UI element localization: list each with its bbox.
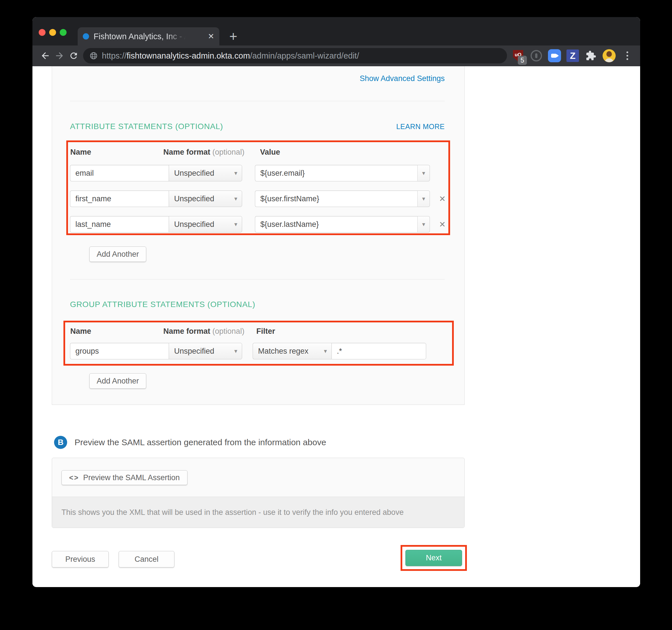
new-tab-button[interactable]: +: [229, 28, 237, 44]
add-another-group-attribute-button[interactable]: Add Another: [89, 373, 146, 388]
column-header-name: Name: [70, 327, 91, 336]
divider: [70, 101, 445, 101]
preview-saml-assertion-button[interactable]: <> Preview the SAML Assertion: [62, 470, 188, 485]
chevron-down-icon: ▾: [234, 348, 237, 354]
attribute-value-input[interactable]: [255, 165, 417, 181]
keyhole-ring-icon: [531, 50, 542, 61]
attribute-statements-title: ATTRIBUTE STATEMENTS (OPTIONAL): [70, 122, 223, 131]
column-header-format: Name format (optional): [163, 148, 244, 157]
zotero-extension-button[interactable]: Z: [566, 48, 580, 63]
chevron-down-icon: ▾: [234, 221, 237, 228]
chevron-down-icon: ▾: [422, 170, 425, 177]
chevron-down-icon: ▾: [422, 221, 425, 228]
tab-close-icon[interactable]: ✕: [208, 33, 214, 41]
reload-button[interactable]: [67, 49, 81, 63]
browser-toolbar: https://fishtownanalytics-admin.okta.com…: [32, 46, 640, 66]
reload-icon: [69, 51, 78, 60]
chrome-menu-button[interactable]: [620, 48, 634, 63]
show-advanced-settings-link[interactable]: Show Advanced Settings: [360, 74, 445, 83]
zoom-window-button[interactable]: [60, 29, 67, 36]
section-b-heading: Preview the SAML assertion generated fro…: [75, 436, 326, 449]
learn-more-link[interactable]: LEARN MORE: [396, 123, 445, 131]
remove-row-icon[interactable]: ✕: [439, 220, 446, 229]
chevron-down-icon: ▾: [324, 348, 327, 354]
column-header-format: Name format (optional): [163, 327, 244, 336]
saml-preview-panel: <> Preview the SAML Assertion This shows…: [52, 458, 464, 528]
group-name-input[interactable]: [70, 343, 169, 359]
password-extension-button[interactable]: [529, 48, 544, 63]
attribute-name-input[interactable]: [70, 216, 169, 232]
url-path: /admin/apps/saml-wizard/edit/: [250, 51, 359, 60]
value-combobox: ▾: [255, 216, 430, 232]
name-format-select[interactable]: Unspecified▾: [169, 216, 242, 232]
name-format-select[interactable]: Unspecified▾: [169, 165, 242, 181]
section-b-badge: B: [54, 436, 67, 449]
column-header-filter: Filter: [256, 327, 275, 336]
page-content: Show Advanced Settings ATTRIBUTE STATEME…: [32, 66, 640, 587]
value-combobox: ▾: [255, 191, 430, 207]
zoom-extension-button[interactable]: [547, 48, 561, 63]
annotation-box-group-attributes: Name Name format (optional) Filter Unspe…: [64, 321, 454, 366]
previous-button[interactable]: Previous: [52, 551, 109, 568]
filter-combobox: Matches regex▾: [253, 343, 426, 359]
value-combobox: ▾: [255, 165, 430, 181]
value-dropdown-button[interactable]: ▾: [417, 216, 430, 232]
puzzle-icon: [585, 50, 596, 61]
title-bar: Fishtown Analytics, Inc - Applic ✕ +: [32, 17, 640, 46]
annotation-box-next: Next: [401, 545, 467, 571]
back-button[interactable]: [38, 49, 52, 63]
kebab-menu-icon: [626, 51, 628, 60]
add-another-attribute-button[interactable]: Add Another: [89, 247, 146, 262]
value-dropdown-button[interactable]: ▾: [417, 165, 430, 181]
forward-button[interactable]: [52, 49, 67, 63]
divider: [70, 279, 445, 279]
attribute-value-input[interactable]: [255, 191, 417, 207]
code-brackets-icon: <>: [69, 474, 79, 482]
okta-favicon-icon: [83, 33, 89, 40]
url-scheme: https://: [102, 51, 127, 60]
saml-settings-card: Show Advanced Settings ATTRIBUTE STATEME…: [52, 66, 464, 405]
chevron-down-icon: ▾: [234, 170, 237, 177]
minimize-window-button[interactable]: [49, 29, 56, 36]
chevron-down-icon: ▾: [234, 195, 237, 202]
preview-info-text: This shows you the XML that will be used…: [52, 497, 464, 528]
back-arrow-icon: [40, 51, 50, 61]
value-dropdown-button[interactable]: ▾: [417, 191, 430, 207]
url-host: fishtownanalytics-admin.okta.com: [127, 51, 250, 60]
browser-tab[interactable]: Fishtown Analytics, Inc - Applic ✕: [78, 27, 219, 46]
group-name-format-select[interactable]: Unspecified▾: [169, 343, 242, 359]
column-header-value: Value: [260, 148, 280, 157]
column-header-name: Name: [70, 148, 91, 157]
filter-type-select[interactable]: Matches regex▾: [253, 343, 332, 359]
name-format-select[interactable]: Unspecified▾: [169, 191, 242, 207]
chevron-down-icon: ▾: [422, 195, 425, 202]
next-button[interactable]: Next: [405, 550, 462, 566]
attribute-row: Unspecified▾ ▾ ✕: [70, 191, 446, 207]
extensions-menu-button[interactable]: [584, 48, 598, 63]
site-info-globe-icon[interactable]: [89, 51, 98, 60]
remove-row-icon[interactable]: ✕: [439, 194, 446, 204]
attribute-value-input[interactable]: [255, 216, 417, 232]
cancel-button[interactable]: Cancel: [119, 551, 174, 568]
attribute-name-input[interactable]: [70, 165, 169, 181]
z-letter-icon: Z: [567, 49, 579, 62]
annotation-box-attributes: Name Name format (optional) Value Unspec…: [66, 141, 450, 235]
tab-title: Fishtown Analytics, Inc - Applic: [94, 32, 188, 41]
browser-window: Fishtown Analytics, Inc - Applic ✕ + htt…: [32, 17, 640, 587]
group-attribute-row: Unspecified▾ Matches regex▾: [70, 343, 426, 359]
forward-arrow-icon: [54, 51, 65, 61]
group-attribute-statements-header: GROUP ATTRIBUTE STATEMENTS (OPTIONAL): [70, 300, 445, 309]
ublock-badge: 5: [518, 56, 527, 65]
ublock-extension-button[interactable]: uO 5: [511, 48, 525, 63]
video-camera-icon: [548, 49, 561, 62]
address-bar[interactable]: https://fishtownanalytics-admin.okta.com…: [83, 48, 507, 64]
attribute-statements-header: ATTRIBUTE STATEMENTS (OPTIONAL) LEARN MO…: [70, 122, 445, 131]
group-attribute-statements-title: GROUP ATTRIBUTE STATEMENTS (OPTIONAL): [70, 300, 255, 309]
attribute-row: Unspecified▾ ▾: [70, 165, 430, 181]
filter-value-input[interactable]: [332, 343, 426, 359]
avatar: [603, 49, 616, 62]
profile-button[interactable]: [602, 48, 616, 63]
traffic-lights: [39, 29, 67, 36]
attribute-name-input[interactable]: [70, 191, 169, 207]
close-window-button[interactable]: [39, 29, 46, 36]
